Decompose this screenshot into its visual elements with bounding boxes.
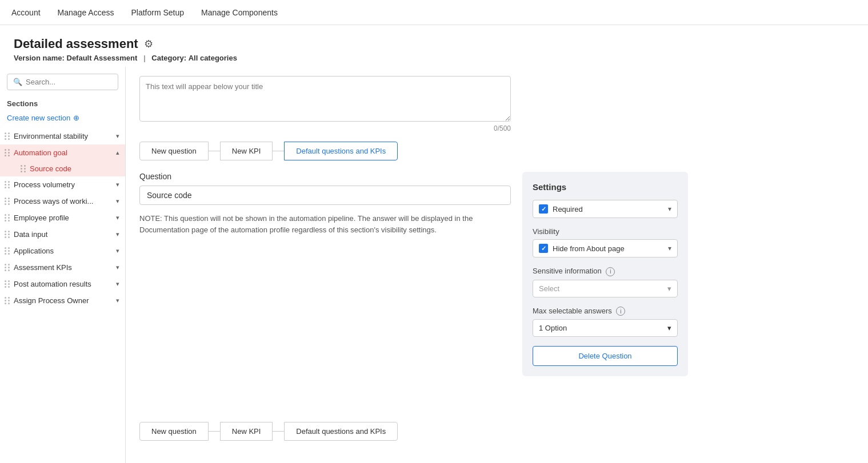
search-box[interactable]: 🔍 bbox=[7, 74, 118, 90]
drag-handle bbox=[5, 149, 10, 156]
create-section-button[interactable]: Create new section ⊕ bbox=[0, 111, 125, 128]
page-title: Detailed assessment bbox=[14, 37, 138, 51]
chevron-down-icon: ▾ bbox=[116, 264, 119, 271]
drag-handle bbox=[5, 181, 10, 188]
sensitive-label: Sensitive information i bbox=[533, 267, 678, 276]
tab-default-questions[interactable]: Default questions and KPIs bbox=[284, 142, 398, 160]
bottom-tab-new-kpi[interactable]: New KPI bbox=[220, 422, 273, 441]
drag-handle bbox=[5, 231, 10, 238]
nav-platform-setup[interactable]: Platform Setup bbox=[131, 8, 184, 17]
question-label: Question bbox=[139, 172, 511, 181]
sidebar-item-label: Applications bbox=[14, 247, 116, 255]
question-form: Question NOTE: This question will not be… bbox=[139, 172, 511, 376]
sidebar-item-label: Employee profile bbox=[14, 214, 116, 222]
required-select[interactable]: Required ▾ bbox=[533, 200, 678, 218]
sidebar-item-process-volumetry[interactable]: Process volumetry ▾ bbox=[0, 176, 125, 193]
sensitive-select[interactable]: Select ▾ bbox=[533, 280, 678, 297]
sections-label: Sections bbox=[0, 97, 125, 111]
sidebar-item-environmental-stability[interactable]: Environmental stability ▾ bbox=[0, 128, 125, 144]
bottom-tabs: New question New KPI Default questions a… bbox=[139, 422, 854, 441]
tab-connector bbox=[209, 151, 220, 151]
chevron-down-icon: ▾ bbox=[116, 280, 119, 288]
char-count: 0/500 bbox=[139, 124, 511, 132]
visibility-checkbox[interactable] bbox=[539, 244, 548, 253]
chevron-down-icon: ▾ bbox=[116, 181, 119, 188]
max-answers-label: Max selectable answers i bbox=[533, 307, 678, 316]
required-setting: Required ▾ bbox=[533, 200, 678, 218]
top-tabs: New question New KPI Default questions a… bbox=[139, 142, 854, 160]
visibility-setting: Visibility Hide from About page ▾ bbox=[533, 227, 678, 257]
drag-handle bbox=[21, 165, 26, 172]
sidebar-item-automation-goal[interactable]: Automation goal ▴ bbox=[0, 144, 125, 161]
sidebar: 🔍 Sections Create new section ⊕ Environm… bbox=[0, 67, 126, 463]
drag-handle bbox=[5, 297, 10, 304]
plus-circle-icon: ⊕ bbox=[73, 114, 79, 122]
gear-icon[interactable]: ⚙ bbox=[144, 38, 153, 50]
sidebar-item-label: Environmental stability bbox=[14, 132, 116, 140]
sidebar-item-label: Data input bbox=[14, 230, 116, 239]
sidebar-item-post-automation[interactable]: Post automation results ▾ bbox=[0, 276, 125, 292]
nav-manage-components[interactable]: Manage Components bbox=[201, 8, 278, 17]
sidebar-item-process-ways[interactable]: Process ways of worki... ▾ bbox=[0, 193, 125, 210]
chevron-down-icon: ▾ bbox=[668, 205, 671, 213]
page-header: Detailed assessment ⚙ Version name: Defa… bbox=[0, 25, 868, 67]
drag-handle bbox=[5, 198, 10, 205]
top-nav: Account Manage Access Platform Setup Man… bbox=[0, 0, 868, 25]
required-label: Required bbox=[553, 205, 663, 214]
info-icon[interactable]: i bbox=[616, 307, 625, 316]
sidebar-item-label: Process volumetry bbox=[14, 180, 116, 189]
sidebar-item-label: Post automation results bbox=[14, 280, 116, 288]
visibility-select[interactable]: Hide from About page ▾ bbox=[533, 239, 678, 257]
chevron-down-icon: ▾ bbox=[667, 284, 671, 293]
visibility-label: Visibility bbox=[533, 227, 678, 236]
main-layout: 🔍 Sections Create new section ⊕ Environm… bbox=[0, 67, 868, 463]
sidebar-item-label: Automation goal bbox=[14, 148, 116, 157]
sidebar-item-label: Source code bbox=[30, 164, 119, 173]
settings-title: Settings bbox=[533, 182, 678, 192]
sidebar-item-assign-process-owner[interactable]: Assign Process Owner ▾ bbox=[0, 292, 125, 309]
chevron-down-icon: ▾ bbox=[668, 244, 671, 252]
max-answers-setting: Max selectable answers i 1 Option ▾ bbox=[533, 307, 678, 337]
sidebar-item-label: Assessment KPIs bbox=[14, 263, 116, 272]
tab-connector bbox=[209, 431, 220, 432]
sensitive-placeholder: Select bbox=[539, 284, 559, 293]
visibility-value: Hide from About page bbox=[553, 244, 663, 253]
nav-manage-access[interactable]: Manage Access bbox=[58, 8, 114, 17]
drag-handle bbox=[5, 132, 10, 140]
sidebar-item-assessment-kpis[interactable]: Assessment KPIs ▾ bbox=[0, 259, 125, 276]
bottom-tab-new-question[interactable]: New question bbox=[139, 422, 209, 441]
search-input[interactable] bbox=[26, 78, 112, 86]
sensitive-setting: Sensitive information i Select ▾ bbox=[533, 267, 678, 297]
info-icon[interactable]: i bbox=[606, 267, 615, 276]
drag-handle bbox=[5, 214, 10, 222]
question-note: NOTE: This question will not be shown in… bbox=[139, 213, 511, 235]
sidebar-item-data-input[interactable]: Data input ▾ bbox=[0, 226, 125, 243]
tab-new-kpi[interactable]: New KPI bbox=[220, 142, 273, 160]
sidebar-item-applications[interactable]: Applications ▾ bbox=[0, 243, 125, 259]
tab-new-question[interactable]: New question bbox=[139, 142, 209, 160]
max-answers-value: 1 Option bbox=[539, 324, 567, 332]
sidebar-item-label: Assign Process Owner bbox=[14, 296, 116, 305]
required-checkbox[interactable] bbox=[539, 204, 548, 214]
sidebar-item-label: Process ways of worki... bbox=[14, 197, 116, 206]
settings-panel: Settings Required ▾ Visibility Hide from… bbox=[522, 172, 688, 376]
content-area: 0/500 New question New KPI Default quest… bbox=[126, 67, 868, 463]
chevron-down-icon: ▾ bbox=[116, 198, 119, 205]
sidebar-item-source-code[interactable]: Source code bbox=[0, 161, 125, 176]
question-input[interactable] bbox=[139, 186, 511, 205]
chevron-down-icon: ▾ bbox=[116, 214, 119, 222]
description-textarea[interactable] bbox=[139, 76, 511, 122]
tab-connector bbox=[273, 151, 284, 151]
bottom-tab-default-questions[interactable]: Default questions and KPIs bbox=[284, 422, 398, 441]
chevron-down-icon: ▾ bbox=[116, 297, 119, 304]
chevron-up-icon: ▴ bbox=[116, 149, 119, 156]
delete-question-button[interactable]: Delete Question bbox=[533, 346, 678, 366]
nav-account[interactable]: Account bbox=[11, 8, 41, 17]
drag-handle bbox=[5, 264, 10, 271]
page-meta: Version name: Default Assessment | Categ… bbox=[14, 54, 854, 62]
sidebar-item-employee-profile[interactable]: Employee profile ▾ bbox=[0, 210, 125, 226]
max-answers-select[interactable]: 1 Option ▾ bbox=[533, 319, 678, 337]
question-section: Question NOTE: This question will not be… bbox=[139, 172, 854, 376]
description-block: 0/500 bbox=[139, 76, 854, 132]
chevron-down-icon: ▾ bbox=[116, 231, 119, 238]
